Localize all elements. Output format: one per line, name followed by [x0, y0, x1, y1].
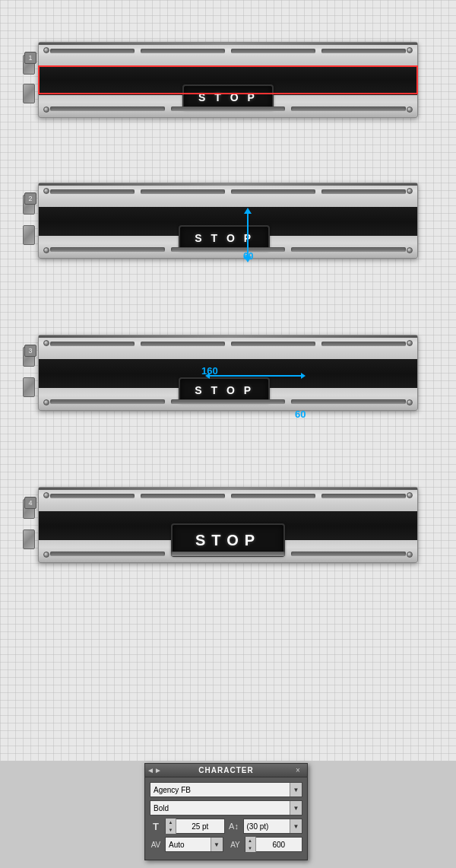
screw-br [407, 247, 413, 253]
character-panel-title: CHARACTER [198, 766, 253, 774]
kern-icon: AV [150, 841, 162, 849]
vent [50, 342, 135, 346]
vent [141, 189, 225, 194]
kern-value: Auto [166, 841, 211, 849]
leading-arrow-icon: ▼ [290, 819, 302, 833]
vent [231, 189, 315, 194]
font-size-input[interactable]: ▲ ▼ 25 pt [165, 819, 225, 834]
row-number-2: 2 [24, 192, 36, 205]
vent [231, 342, 315, 346]
measure-3-v-label: 60 [295, 409, 306, 420]
font-size-down[interactable]: ▼ [166, 826, 176, 834]
row-number-1: 1 [24, 52, 36, 64]
vent [231, 494, 315, 498]
vent [50, 189, 135, 194]
screw-tr [407, 340, 413, 346]
tracking-value: 600 [256, 841, 302, 849]
panel-3-stop-text: S T O P [195, 384, 254, 396]
screw-tr [407, 492, 413, 498]
vent [321, 189, 406, 194]
screw-bl [43, 247, 49, 253]
screw-tl [43, 492, 49, 498]
vent [291, 107, 406, 111]
leading-value: (30 pt) [244, 822, 290, 831]
size-leading-row: T ▲ ▼ 25 pt A↕ (30 pt) ▼ [150, 819, 302, 834]
tracking-stepper[interactable]: ▲ ▼ [245, 837, 256, 852]
canvas-area: 1 S T O P 2 [0, 0, 456, 761]
screw-tr [407, 47, 413, 53]
panel-4-vents-bottom [50, 552, 406, 556]
row-number-3: 3 [24, 345, 36, 357]
screw-br [407, 552, 413, 558]
leading-dropdown[interactable]: (30 pt) ▼ [243, 819, 303, 834]
panel-3-vents-top [50, 342, 406, 346]
kern-tracking-row: AV Auto ▼ AY ▲ ▼ 600 [150, 837, 302, 852]
panel-controls-left: ◄► [150, 766, 159, 775]
screw-bl [43, 399, 49, 405]
kern-dropdown[interactable]: Auto ▼ [165, 837, 223, 852]
vent [291, 247, 406, 252]
vent [141, 342, 225, 346]
font-family-value: Agency FB [150, 786, 290, 794]
panel-1-black-band: S T O P [39, 66, 417, 95]
screw-tl [43, 188, 49, 194]
tracking-down[interactable]: ▼ [245, 844, 255, 852]
side-tab-4b [23, 529, 35, 549]
font-family-dropdown[interactable]: Agency FB ▼ [150, 782, 302, 797]
panel-2-vents-bottom [50, 247, 406, 252]
character-panel-titlebar: ◄► CHARACTER × [145, 764, 307, 777]
panel-collapse-btn[interactable]: ◄► [150, 766, 159, 775]
screw-tr [407, 188, 413, 194]
vent [50, 552, 165, 556]
font-size-up[interactable]: ▲ [166, 819, 176, 826]
arrow-right [301, 373, 306, 379]
font-style-value: Bold [150, 804, 290, 812]
row-number-4: 4 [24, 497, 36, 509]
tracking-icon: AY [230, 841, 242, 849]
screw-bl [43, 107, 49, 113]
side-tab-3b [23, 377, 35, 397]
font-style-wrapper: Bold ▼ [150, 800, 302, 816]
vent [50, 399, 165, 404]
tracking-input[interactable]: ▲ ▼ 600 [245, 837, 303, 852]
vent [50, 494, 135, 498]
panel-2: S T O P [38, 183, 418, 259]
font-family-wrapper: Agency FB ▼ [150, 782, 302, 797]
vent [50, 49, 135, 53]
vent [321, 342, 406, 346]
character-panel: ◄► CHARACTER × Agency FB ▼ Bold ▼ [144, 763, 308, 860]
panel-4-black-band: STOP [39, 511, 417, 540]
screw-br [407, 107, 413, 113]
font-family-arrow-icon: ▼ [290, 783, 302, 796]
side-tab-1b [23, 84, 35, 103]
panel-1: S T O P [38, 42, 418, 118]
vent [141, 494, 225, 498]
vent [291, 399, 406, 404]
font-style-dropdown[interactable]: Bold ▼ [150, 800, 302, 816]
arrow-line [210, 375, 301, 377]
vent [50, 247, 165, 252]
character-panel-body: Agency FB ▼ Bold ▼ T ▲ ▼ [145, 777, 307, 860]
screw-bl [43, 552, 49, 558]
arrow-up [244, 208, 252, 214]
kern-arrow-icon: ▼ [211, 838, 223, 851]
font-style-arrow-icon: ▼ [290, 801, 302, 815]
panel-close-btn[interactable]: × [293, 766, 302, 775]
vent [231, 49, 315, 53]
font-size-value: 25 pt [176, 822, 224, 831]
panel-3-vents-bottom [50, 399, 406, 404]
vent [141, 49, 225, 53]
bottom-area: ◄► CHARACTER × Agency FB ▼ Bold ▼ [0, 761, 456, 868]
side-tab-2b [23, 225, 35, 245]
panel-4-vents-top [50, 494, 406, 498]
tracking-up[interactable]: ▲ [245, 837, 255, 844]
vent [321, 494, 406, 498]
vent [171, 107, 286, 111]
panel-1-stop-text: S T O P [198, 91, 258, 103]
panel-2-black-band: S T O P [39, 207, 417, 236]
panel-1-vents-bottom [50, 107, 406, 111]
screw-br [407, 399, 413, 405]
vent [171, 552, 286, 556]
font-size-stepper[interactable]: ▲ ▼ [166, 819, 176, 834]
screw-tl [43, 47, 49, 53]
